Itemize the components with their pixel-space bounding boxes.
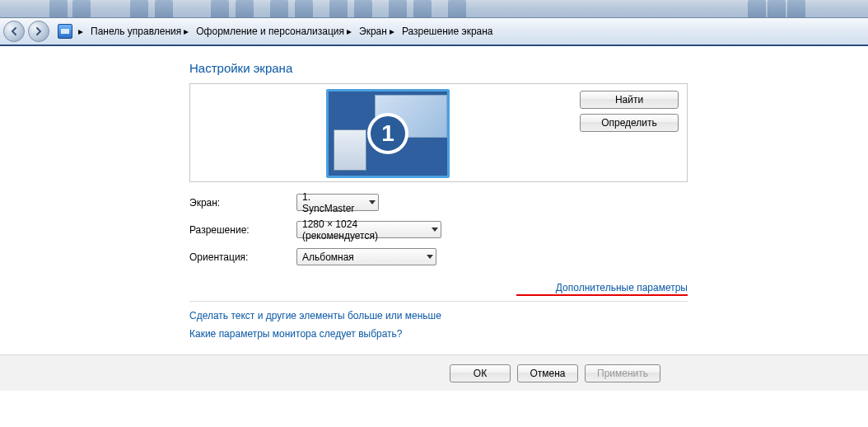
chevron-down-icon	[432, 228, 438, 232]
screen-combo[interactable]: 1. SyncMaster	[296, 194, 379, 211]
resolution-combo-value: 1280 × 1024 (рекомендуется)	[302, 218, 426, 242]
forward-button[interactable]	[28, 21, 49, 42]
page-title: Настройки экрана	[189, 61, 868, 75]
orientation-combo-value: Альбомная	[302, 251, 354, 263]
resolution-label: Разрешение:	[189, 224, 296, 236]
field-row-resolution: Разрешение: 1280 × 1024 (рекомендуется)	[189, 221, 688, 238]
breadcrumb-item-personalization[interactable]: Оформление и персонализация ▸	[194, 24, 354, 39]
monitor-thumb-window-icon	[334, 129, 366, 171]
chevron-down-icon	[427, 255, 433, 260]
control-panel-icon	[58, 24, 72, 39]
breadcrumb-item-display[interactable]: Экран ▸	[357, 24, 397, 39]
monitor-preview-box: 1 Найти Определить	[189, 83, 688, 182]
monitor-thumbnail[interactable]: 1	[326, 89, 450, 178]
monitor-number-badge: 1	[367, 113, 408, 154]
identify-button[interactable]: Определить	[580, 114, 679, 132]
find-button[interactable]: Найти	[580, 91, 679, 109]
ok-button[interactable]: ОК	[450, 364, 511, 382]
chevron-right-icon: ▸	[183, 26, 189, 37]
breadcrumb-label: Разрешение экрана	[402, 26, 493, 37]
text-size-link[interactable]: Сделать текст и другие элементы больше и…	[189, 310, 868, 321]
breadcrumb-label: Экран	[359, 26, 387, 37]
breadcrumb-label: Панель управления	[91, 26, 181, 37]
breadcrumb-label: Оформление и персонализация	[196, 26, 344, 37]
content-area: Настройки экрана 1 Найти Определить Экра…	[0, 46, 868, 340]
orientation-combo[interactable]: Альбомная	[296, 248, 436, 265]
screen-combo-value: 1. SyncMaster	[302, 191, 363, 214]
separator	[189, 301, 688, 302]
breadcrumb-root-arrow[interactable]: ▸	[76, 24, 86, 39]
window-title-bar	[0, 0, 868, 18]
resolution-combo[interactable]: 1280 × 1024 (рекомендуется)	[296, 221, 441, 238]
field-row-screen: Экран: 1. SyncMaster	[189, 194, 688, 211]
breadcrumb-item-resolution[interactable]: Разрешение экрана	[400, 24, 495, 39]
advanced-settings-link[interactable]: Дополнительные параметры	[556, 282, 688, 293]
chevron-right-icon: ▸	[346, 26, 352, 37]
chevron-right-icon: ▸	[389, 26, 395, 37]
orientation-label: Ориентация:	[189, 251, 296, 263]
chevron-down-icon	[369, 200, 376, 205]
breadcrumb-item-control-panel[interactable]: Панель управления ▸	[89, 24, 191, 39]
svg-rect-0	[61, 29, 69, 34]
monitor-help-link[interactable]: Какие параметры монитора следует выбрать…	[189, 328, 868, 340]
breadcrumb: ▸ Панель управления ▸ Оформление и персо…	[53, 21, 500, 41]
field-row-orientation: Ориентация: Альбомная	[189, 248, 688, 265]
navigation-bar: ▸ Панель управления ▸ Оформление и персо…	[0, 18, 868, 46]
footer-button-bar: ОК Отмена Применить	[0, 354, 868, 391]
apply-button[interactable]: Применить	[585, 364, 660, 382]
cancel-button[interactable]: Отмена	[517, 364, 578, 382]
screen-label: Экран:	[189, 197, 296, 209]
annotation-underline	[516, 294, 688, 296]
back-button[interactable]	[3, 21, 25, 42]
